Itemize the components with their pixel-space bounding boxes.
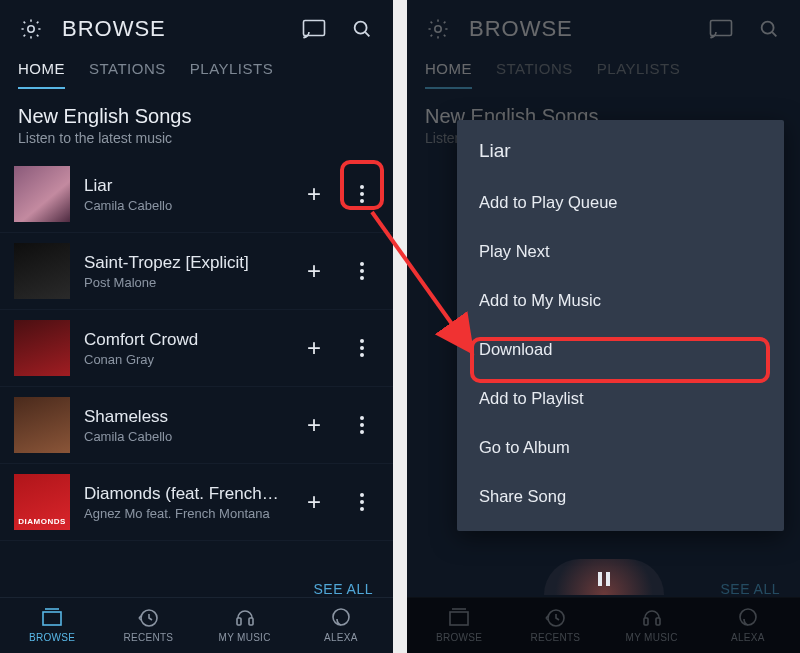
bottom-nav: BROWSE RECENTS MY MUSIC ALEXA — [0, 597, 393, 653]
svg-point-0 — [28, 26, 34, 32]
nav-mymusic[interactable]: MY MUSIC — [622, 606, 682, 643]
pause-icon[interactable] — [594, 569, 614, 593]
nav-label: RECENTS — [530, 632, 580, 643]
svg-point-7 — [333, 609, 349, 625]
settings-icon[interactable] — [14, 12, 48, 46]
tab-home[interactable]: HOME — [18, 60, 65, 89]
page-title: BROWSE — [62, 16, 283, 42]
nav-browse[interactable]: BROWSE — [22, 606, 82, 643]
phone-left: BROWSE HOME STATIONS PLAYLISTS New Engli… — [0, 0, 393, 653]
tab-playlists[interactable]: PLAYLISTS — [190, 60, 273, 89]
menu-item-add-my-music[interactable]: Add to My Music — [457, 276, 784, 325]
section-subtitle: Listen to the latest music — [18, 130, 375, 146]
more-icon[interactable] — [345, 408, 379, 442]
search-icon[interactable] — [345, 12, 379, 46]
nav-label: ALEXA — [731, 632, 765, 643]
add-icon[interactable]: + — [297, 254, 331, 288]
see-all-link[interactable]: SEE ALL — [0, 571, 393, 597]
menu-item-go-album[interactable]: Go to Album — [457, 423, 784, 472]
song-row[interactable]: Diamonds (feat. French Mont… Agnez Mo fe… — [0, 464, 393, 541]
cast-icon[interactable] — [704, 12, 738, 46]
context-menu: Liar Add to Play Queue Play Next Add to … — [457, 120, 784, 531]
svg-rect-5 — [237, 618, 241, 625]
nav-alexa[interactable]: ALEXA — [311, 606, 371, 643]
tabs: HOME STATIONS PLAYLISTS — [0, 52, 393, 89]
add-icon[interactable]: + — [297, 331, 331, 365]
song-title: Comfort Crowd — [84, 330, 283, 350]
song-title: Diamonds (feat. French Mont… — [84, 484, 283, 504]
add-icon[interactable]: + — [297, 485, 331, 519]
song-title: Liar — [84, 176, 283, 196]
song-row[interactable]: Comfort Crowd Conan Gray + — [0, 310, 393, 387]
nav-browse[interactable]: BROWSE — [429, 606, 489, 643]
bottom-nav: BROWSE RECENTS MY MUSIC ALEXA — [407, 597, 800, 653]
nav-label: MY MUSIC — [219, 632, 271, 643]
song-artist: Camila Cabello — [84, 429, 283, 444]
nav-alexa[interactable]: ALEXA — [718, 606, 778, 643]
svg-point-2 — [355, 22, 367, 34]
svg-rect-6 — [249, 618, 253, 625]
svg-point-8 — [435, 26, 441, 32]
album-art — [14, 397, 70, 453]
tab-stations[interactable]: STATIONS — [89, 60, 166, 89]
now-playing-peek[interactable] — [544, 559, 664, 595]
nav-recents[interactable]: RECENTS — [525, 606, 585, 643]
song-list: Liar Camila Cabello + Saint-Tropez [Expl… — [0, 156, 393, 571]
settings-icon[interactable] — [421, 12, 455, 46]
svg-point-17 — [740, 609, 756, 625]
song-artist: Conan Gray — [84, 352, 283, 367]
nav-recents[interactable]: RECENTS — [118, 606, 178, 643]
svg-point-10 — [762, 22, 774, 34]
nav-mymusic[interactable]: MY MUSIC — [215, 606, 275, 643]
nav-label: RECENTS — [123, 632, 173, 643]
add-icon[interactable]: + — [297, 177, 331, 211]
menu-item-add-queue[interactable]: Add to Play Queue — [457, 178, 784, 227]
top-bar: BROWSE — [0, 0, 393, 52]
tabs: HOME STATIONS PLAYLISTS — [407, 52, 800, 89]
tab-home[interactable]: HOME — [425, 60, 472, 89]
section-header: New English Songs Listen to the latest m… — [0, 89, 393, 156]
page-title: BROWSE — [469, 16, 690, 42]
album-art — [14, 474, 70, 530]
more-icon[interactable] — [345, 485, 379, 519]
svg-rect-11 — [598, 572, 602, 586]
menu-item-share[interactable]: Share Song — [457, 472, 784, 521]
top-bar: BROWSE — [407, 0, 800, 52]
nav-label: ALEXA — [324, 632, 358, 643]
cast-icon[interactable] — [297, 12, 331, 46]
add-icon[interactable]: + — [297, 408, 331, 442]
tab-playlists[interactable]: PLAYLISTS — [597, 60, 680, 89]
song-title: Shameless — [84, 407, 283, 427]
album-art — [14, 243, 70, 299]
more-icon[interactable] — [345, 177, 379, 211]
menu-item-add-playlist[interactable]: Add to Playlist — [457, 374, 784, 423]
album-art — [14, 166, 70, 222]
svg-rect-15 — [644, 618, 648, 625]
svg-rect-13 — [450, 612, 468, 625]
menu-item-play-next[interactable]: Play Next — [457, 227, 784, 276]
search-icon[interactable] — [752, 12, 786, 46]
song-row[interactable]: Liar Camila Cabello + — [0, 156, 393, 233]
svg-rect-1 — [304, 21, 325, 36]
more-icon[interactable] — [345, 331, 379, 365]
nav-label: MY MUSIC — [626, 632, 678, 643]
album-art — [14, 320, 70, 376]
song-row[interactable]: Saint-Tropez [Explicit] Post Malone + — [0, 233, 393, 310]
song-artist: Post Malone — [84, 275, 283, 290]
more-icon[interactable] — [345, 254, 379, 288]
tab-stations[interactable]: STATIONS — [496, 60, 573, 89]
svg-rect-9 — [711, 21, 732, 36]
svg-rect-16 — [656, 618, 660, 625]
svg-rect-12 — [606, 572, 610, 586]
song-artist: Camila Cabello — [84, 198, 283, 213]
song-title: Saint-Tropez [Explicit] — [84, 253, 283, 273]
svg-rect-3 — [43, 612, 61, 625]
context-menu-title: Liar — [457, 134, 784, 178]
phone-right: BROWSE HOME STATIONS PLAYLISTS New Engli… — [407, 0, 800, 653]
song-row[interactable]: Shameless Camila Cabello + — [0, 387, 393, 464]
menu-item-download[interactable]: Download — [457, 325, 784, 374]
nav-label: BROWSE — [29, 632, 75, 643]
nav-label: BROWSE — [436, 632, 482, 643]
song-artist: Agnez Mo feat. French Montana — [84, 506, 283, 521]
section-title: New English Songs — [18, 105, 375, 128]
